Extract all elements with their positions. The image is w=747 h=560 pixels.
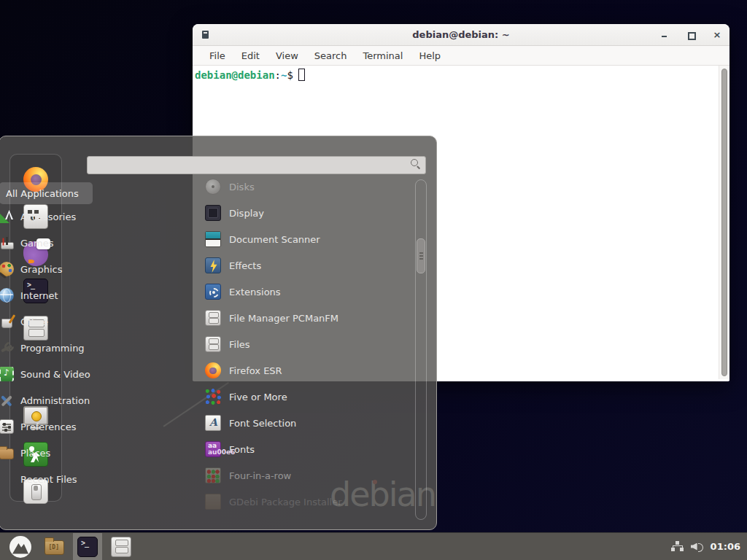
preferences-icon — [0, 419, 14, 434]
applications-menu: All Applications Accessories Games Graph… — [0, 136, 437, 530]
gdebi-icon — [205, 494, 221, 510]
system-tray: 01:06 — [671, 541, 747, 553]
office-icon — [0, 314, 14, 329]
category-internet[interactable]: Internet — [0, 282, 109, 308]
file-cabinet-icon — [205, 310, 221, 326]
desktop-folder-button[interactable] — [39, 533, 69, 560]
sound-video-icon — [0, 367, 14, 381]
category-accessories[interactable]: Accessories — [0, 203, 109, 230]
category-preferences[interactable]: Preferences — [0, 413, 109, 440]
document-scanner-icon — [205, 231, 221, 247]
app-effects[interactable]: Effects — [205, 252, 408, 279]
accessories-icon — [0, 209, 14, 224]
network-icon[interactable] — [671, 541, 684, 553]
font-selection-icon — [205, 415, 221, 431]
terminal-menu-view[interactable]: View — [269, 48, 305, 63]
five-or-more-icon — [205, 389, 221, 405]
folder-d-icon — [44, 540, 64, 555]
terminal-menu-help[interactable]: Help — [412, 48, 447, 63]
file-cabinet-icon — [111, 537, 131, 557]
category-graphics[interactable]: Graphics — [0, 256, 109, 282]
minimize-button[interactable] — [659, 30, 670, 40]
firefox-icon — [205, 362, 221, 378]
file-cabinet-icon — [205, 336, 221, 352]
app-gdebi-package-installer[interactable]: GDebi Package Installer — [205, 489, 408, 515]
terminal-scrollbar-thumb[interactable] — [721, 69, 727, 376]
volume-icon[interactable] — [691, 541, 703, 553]
category-programming[interactable]: Programming — [0, 335, 109, 361]
taskbar: 01:06 — [0, 532, 747, 560]
app-document-scanner[interactable]: Document Scanner — [205, 226, 408, 252]
category-list: Accessories Games Graphics Internet Offi… — [0, 203, 109, 492]
terminal-window-button[interactable] — [73, 533, 102, 560]
search-input[interactable] — [87, 156, 426, 174]
app-firefox-esr[interactable]: Firefox ESR — [205, 357, 408, 384]
menu-scrollbar[interactable] — [415, 179, 427, 520]
extensions-icon — [205, 284, 221, 300]
menu-button[interactable] — [6, 533, 35, 560]
app-font-selection[interactable]: Font Selection — [205, 410, 408, 436]
file-manager-button[interactable] — [107, 533, 136, 560]
app-files[interactable]: Files — [205, 331, 408, 357]
prompt-user-host: debian@debian — [195, 69, 275, 81]
four-in-a-row-icon — [205, 467, 221, 483]
app-display[interactable]: Display — [205, 200, 408, 226]
terminal-scrollbar[interactable] — [719, 66, 729, 379]
app-four-in-a-row[interactable]: Four-in-a-row — [205, 462, 408, 489]
terminal-cursor — [298, 69, 305, 81]
category-sound-video[interactable]: Sound & Video — [0, 361, 109, 387]
places-icon — [0, 448, 14, 459]
programming-icon — [0, 341, 14, 355]
internet-icon — [0, 288, 14, 303]
app-fonts[interactable]: Fonts — [205, 436, 408, 462]
terminal-menu-file[interactable]: File — [203, 48, 232, 63]
terminal-menu-edit[interactable]: Edit — [235, 48, 266, 63]
effects-icon — [205, 257, 221, 273]
window-title: debian@debian: ~ — [193, 29, 729, 40]
category-places[interactable]: Places — [0, 440, 109, 466]
category-office[interactable]: Office — [0, 308, 109, 335]
menu-logo-icon — [9, 536, 31, 558]
app-file-manager-pcmanfm[interactable]: File Manager PCManFM — [205, 305, 408, 331]
terminal-icon — [77, 537, 98, 557]
display-icon — [205, 205, 221, 221]
terminal-menu-terminal[interactable]: Terminal — [356, 48, 409, 63]
terminal-menubar: FileEditViewSearchTerminalHelp — [193, 46, 729, 66]
app-disks[interactable]: Disks — [205, 174, 408, 200]
app-extensions[interactable]: Extensions — [205, 279, 408, 305]
graphics-icon — [0, 262, 14, 276]
terminal-titlebar[interactable]: debian@debian: ~ × — [193, 24, 729, 46]
maximize-button[interactable] — [686, 30, 696, 40]
games-icon — [0, 236, 14, 250]
disks-icon — [205, 179, 221, 195]
search-icon — [411, 159, 418, 166]
app-five-or-more[interactable]: Five or More — [205, 384, 408, 410]
menu-scrollbar-thumb[interactable] — [417, 238, 425, 273]
administration-icon — [0, 393, 14, 408]
clock[interactable]: 01:06 — [711, 541, 740, 552]
category-all-applications[interactable]: All Applications — [0, 182, 93, 204]
category-administration[interactable]: Administration — [0, 387, 109, 413]
application-list: Disks Display Document Scanner Effects E… — [205, 174, 408, 515]
fonts-icon — [205, 441, 221, 457]
category-games[interactable]: Games — [0, 230, 109, 256]
category-recent-files[interactable]: Recent Files — [0, 466, 109, 492]
terminal-menu-search[interactable]: Search — [308, 48, 354, 63]
close-button[interactable]: × — [712, 30, 722, 40]
terminal-prompt: debian@debian:~$ — [195, 69, 728, 81]
